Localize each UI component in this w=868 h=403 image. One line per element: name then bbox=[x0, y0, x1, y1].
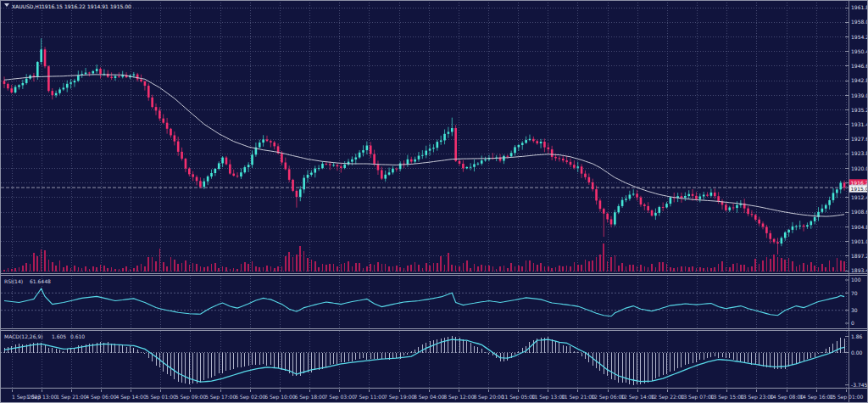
price-axis-label: 1939.00 bbox=[851, 92, 868, 98]
time-labels-layer: 1 Sep 20231 Sep 13:001 Sep 21:004 Sep 06… bbox=[12, 389, 864, 400]
price-axis-label: 1954.20 bbox=[851, 34, 868, 40]
price-tags-layer: 1916.201915.00 bbox=[849, 179, 868, 193]
rsi-axis-label: 70 bbox=[851, 290, 858, 296]
macd-value-signal: 0.610 bbox=[70, 333, 85, 339]
time-label: 1 Sep 21:00 bbox=[56, 394, 86, 400]
time-label: 6 Sep 18:00 bbox=[294, 394, 325, 400]
time-label: 7 Sep 03:00 bbox=[325, 394, 355, 400]
time-label: 5 Sep 01:00 bbox=[146, 394, 176, 400]
macd-label: MACD(12,26,9) bbox=[4, 333, 43, 339]
trading-chart-window: 1961.801958.001954.201950.401946.601942.… bbox=[0, 0, 868, 403]
price-axis-label: 1920.00 bbox=[851, 165, 868, 171]
price-axis-label: 1904.80 bbox=[851, 224, 868, 230]
rsi-axis-label: 100 bbox=[851, 277, 861, 283]
price-scale-divider[interactable] bbox=[849, 1, 849, 403]
macd-indicator-panel[interactable]: 1.860.00-3.745MACD(12,26,9)1.6050.610 bbox=[1, 331, 868, 388]
macd-signal-line bbox=[4, 339, 844, 382]
rsi-axis-label: 30 bbox=[851, 307, 858, 313]
time-label: 1 Sep 13:00 bbox=[26, 394, 57, 400]
time-label: 15 Sep 01:00 bbox=[829, 394, 863, 400]
macd-axis-label: 1.86 bbox=[851, 333, 863, 339]
time-label: 4 Sep 06:00 bbox=[86, 394, 116, 400]
price-axis-label: 1908.60 bbox=[851, 209, 868, 215]
price-axis-label: 1931.40 bbox=[851, 121, 868, 127]
ohlc-high: 1916.22 bbox=[64, 3, 86, 9]
time-label: 5 Sep 17:00 bbox=[205, 394, 236, 400]
time-label: 8 Sep 04:00 bbox=[414, 394, 444, 400]
chart-symbol-period: XAUUSD,H1 bbox=[12, 3, 42, 9]
volume-layer bbox=[3, 243, 845, 271]
time-label: 4 Sep 14:00 bbox=[116, 394, 147, 400]
price-axis-label: 1901.00 bbox=[851, 238, 868, 244]
svg-text:1915.00: 1915.00 bbox=[851, 186, 868, 192]
ohlc-low: 1914.91 bbox=[87, 3, 108, 9]
price-axis-label: 1961.80 bbox=[851, 4, 868, 10]
time-label: 8 Sep 20:00 bbox=[473, 394, 504, 400]
macd-axis-label: 0.00 bbox=[851, 350, 863, 355]
candles-layer bbox=[3, 38, 846, 255]
price-axis-label: 1927.60 bbox=[851, 136, 868, 142]
main-price-chart[interactable]: 1961.801958.001954.201950.401946.601942.… bbox=[1, 1, 868, 274]
chart-menu-triangle-icon[interactable] bbox=[4, 3, 9, 7]
time-label: 8 Sep 12:00 bbox=[443, 394, 474, 400]
horizontal-grid-layer: 1961.801958.001954.201950.401946.601942.… bbox=[1, 4, 868, 273]
rsi-indicator-panel[interactable]: 10070300RSI(14)61.6448 bbox=[1, 276, 868, 328]
vertical-grid-layer bbox=[12, 3, 846, 272]
vertical-grid-layer bbox=[12, 276, 846, 328]
rsi-value: 61.6448 bbox=[30, 278, 51, 284]
time-label: 6 Sep 10:00 bbox=[264, 394, 295, 400]
rsi-axis-label: 0 bbox=[851, 320, 854, 326]
ohlc-close: 1915.00 bbox=[110, 3, 131, 9]
macd-histogram-layer bbox=[4, 336, 844, 385]
time-label: 7 Sep 11:00 bbox=[354, 394, 385, 400]
macd-axis-label: -3.745 bbox=[851, 382, 868, 388]
time-label: 5 Sep 09:00 bbox=[175, 394, 206, 400]
price-axis-label: 1897.20 bbox=[851, 253, 868, 259]
price-axis-label: 1912.40 bbox=[851, 194, 868, 200]
time-axis[interactable]: 1 Sep 20231 Sep 13:001 Sep 21:004 Sep 06… bbox=[1, 389, 868, 403]
time-label: 7 Sep 19:00 bbox=[384, 394, 415, 400]
macd-value-main: 1.605 bbox=[52, 333, 66, 339]
price-axis-label: 1923.80 bbox=[851, 150, 868, 156]
rsi-label: RSI(14) bbox=[4, 278, 23, 284]
price-axis-label: 1946.60 bbox=[851, 63, 868, 69]
time-label: 6 Sep 02:00 bbox=[235, 394, 265, 400]
ohlc-open: 1916.15 bbox=[42, 3, 63, 9]
price-axis-label: 1935.20 bbox=[851, 107, 868, 113]
price-axis-label: 1950.40 bbox=[851, 48, 868, 54]
price-axis-label: 1958.00 bbox=[851, 19, 868, 25]
price-axis-label: 1942.80 bbox=[851, 77, 868, 83]
